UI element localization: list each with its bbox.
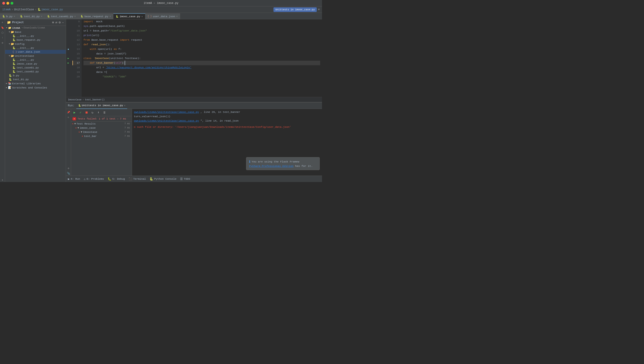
notification-info-icon: ℹ xyxy=(249,160,250,164)
maximize-button[interactable] xyxy=(11,2,13,4)
tab-imooc-case-py[interactable]: 🐍 imooc_case.py ✕ xyxy=(113,13,145,19)
tab-test-case01-py[interactable]: 🐍 test_case01.py ✕ xyxy=(45,13,78,19)
run-tool-btn[interactable]: ▶ 4: Run xyxy=(68,177,80,181)
tree-imooc-case[interactable]: 🐍 imooc_case.py xyxy=(5,62,66,66)
run-filter-button[interactable]: ⬇ xyxy=(96,110,101,115)
terminal-tool-icon: ⬛ xyxy=(129,177,132,181)
close-tab-test-01[interactable]: ✕ xyxy=(41,15,42,18)
test-result-root[interactable]: ✕ ▼ Test Results 7 ms xyxy=(71,122,132,126)
tree-test-case02[interactable]: 🐍 test_case02.py xyxy=(5,70,66,74)
tree-init-unit[interactable]: 🐍 __init__.py xyxy=(5,58,66,62)
close-tab-b-py[interactable]: ✕ xyxy=(14,15,15,18)
run-pin-icon[interactable]: 📌 xyxy=(66,110,71,114)
footer-method[interactable]: test_banner() xyxy=(85,98,105,101)
sidebar-sync-icon[interactable]: ⇄ xyxy=(56,20,57,24)
window-title: itemA – imooc_case.py xyxy=(144,2,178,5)
run-config-dropdown[interactable]: ▼ xyxy=(318,8,320,11)
tab-base-request-py[interactable]: 🐍 base_request.py ✕ xyxy=(78,13,113,19)
breadcrumb-part-1[interactable]: UnittestCase xyxy=(14,8,34,11)
sidebar-toolbar: 📁 Project ⊕ ⇄ ⚙ – xyxy=(5,19,66,26)
todo-tool-icon: ☰ xyxy=(180,177,183,181)
tab-b-py[interactable]: 🐍 b.py ✕ xyxy=(0,13,18,19)
notification-header: ℹ You are using the Flask Framew xyxy=(249,160,317,164)
run-tab-imooc[interactable]: 🐍 Unittests in imooc_case.py ✕ xyxy=(76,102,127,109)
test-result-imooc[interactable]: ✕ ▼ imooc_case 7 ms xyxy=(71,126,132,130)
close-tab-base-request[interactable]: ✕ xyxy=(110,15,111,18)
close-button[interactable] xyxy=(2,2,5,4)
tree-UnittestCase[interactable]: ▼ 📂 UnittestCase xyxy=(5,54,66,58)
tree-scratches[interactable]: ▶ 📝 Scratches and Consoles xyxy=(5,86,66,90)
tab-test-01-py[interactable]: 🐍 test_01.py ✕ xyxy=(18,13,45,19)
editor-gutter: ◆ ▶ ▶ xyxy=(66,19,71,97)
test-result-test-bar[interactable]: ✕ test_bar 7 ms xyxy=(71,134,132,138)
breadcrumb-part-2[interactable]: 🐍imooc_case.py xyxy=(38,8,63,11)
run-vsidebar: 📌 ⇱ ⚙ 📎 xyxy=(66,109,71,176)
run-check-button[interactable]: ✓ xyxy=(78,110,83,115)
run-play-button[interactable]: ▶ xyxy=(72,110,77,115)
tab-user-data-json[interactable]: { } user_data.json ✕ xyxy=(145,13,180,19)
run-pin2-icon[interactable]: 📎 xyxy=(66,171,71,176)
sidebar-settings-icon[interactable]: ⚙ xyxy=(59,20,61,24)
close-tab-imooc-case[interactable]: ✕ xyxy=(141,15,143,18)
line-numbers: 8 9 10 11 12 13 14 15 16 17 18 19 20 xyxy=(71,19,82,97)
window-controls[interactable] xyxy=(2,2,13,4)
notification-toast: ℹ You are using the Flask Framew PyCharm… xyxy=(246,157,320,170)
favorites-icon[interactable]: ★ xyxy=(0,178,5,182)
tree-init-config[interactable]: 🐍 __init__.py xyxy=(5,46,66,50)
title-bar: itemA – imooc_case.py xyxy=(0,0,322,6)
sidebar-add-icon[interactable]: ⊕ xyxy=(52,20,54,24)
problems-tool-icon: ⚠ xyxy=(84,177,86,181)
structure-icon[interactable]: ≡ xyxy=(0,20,5,25)
python-console-tool-icon: 🐍 xyxy=(150,177,153,181)
run-tab-bar: Run: 🐍 Unittests in imooc_case.py ✕ xyxy=(66,102,322,109)
tree-b-py[interactable]: 🐍 b.py xyxy=(5,74,66,78)
run-sidebar: ▶ ✓ ⏹ ↻ ⬇ ≣ ✕ Tests failed: 1 of 1 test … xyxy=(71,109,132,176)
project-sidebar: 📁 Project ⊕ ⇄ ⚙ – ▼ 📁 itemA ~/Downloads/… xyxy=(5,19,66,182)
output-line-3: ownloads/itemA/UnittestCase/imooc_case.p… xyxy=(134,118,320,123)
left-tool-panel: ≡ 🔖 ⬡ ↑ ⚙ ★ xyxy=(0,19,5,182)
minimize-button[interactable] xyxy=(7,2,9,4)
run-sort-button[interactable]: ≣ xyxy=(102,110,107,115)
tree-itemA[interactable]: ▼ 📁 itemA ~/Downloads/itemA xyxy=(5,26,66,30)
sidebar-collapse-icon[interactable]: – xyxy=(62,21,64,24)
debug-tool-btn[interactable]: 🐛 5: Debug xyxy=(108,177,125,181)
test-status-text: Tests failed: 1 of 1 test – 7 ms xyxy=(78,118,126,120)
run-label: Run: xyxy=(68,104,75,107)
tree-user-data-json[interactable]: { } user_data.json xyxy=(5,50,66,54)
sidebar-folder-icon: 📁 xyxy=(7,20,11,24)
breadcrumb-part-0[interactable]: itemA xyxy=(2,8,11,11)
run-rerun-button[interactable]: ↻ xyxy=(90,110,95,115)
run-toolbar: ▶ ✓ ⏹ ↻ ⬇ ≣ xyxy=(71,109,132,116)
close-tab-test-case01[interactable]: ✕ xyxy=(74,15,76,18)
terminal-tool-btn[interactable]: ⬛ Terminal xyxy=(129,177,146,181)
test-result-ImoocCase[interactable]: ✕ ▼ ImoocCase 7 ms xyxy=(71,130,132,134)
debug-tool-icon: 🐛 xyxy=(108,177,111,181)
tree-external-libs[interactable]: ▶ 📚 External Libraries xyxy=(5,81,66,86)
run-tool-icon: ▶ xyxy=(68,177,70,181)
close-run-tab[interactable]: ✕ xyxy=(124,104,125,107)
tree-base-request[interactable]: 🐍 base_request.py xyxy=(5,38,66,42)
test-fail-badge: ✕ xyxy=(73,117,76,120)
run-stop-button[interactable]: ⏹ xyxy=(84,110,89,115)
bookmark-icon[interactable]: 🔖 xyxy=(0,25,5,30)
settings-icon[interactable]: ⚙ xyxy=(0,40,5,45)
notification-link[interactable]: PyCharm Professional Edition xyxy=(249,164,293,168)
code-content: import mock sys.path.append(base_path) u… xyxy=(82,19,322,97)
close-tab-user-data[interactable]: ✕ xyxy=(176,15,178,18)
tree-init-base[interactable]: 🐍 __init__.py xyxy=(5,34,66,38)
tree-test-case01[interactable]: 🐍 test_case01.py xyxy=(5,66,66,70)
hierarchy-icon[interactable]: ⬡ xyxy=(0,30,5,35)
tree-test-01-py[interactable]: 🐍 test_01.py xyxy=(5,78,66,81)
footer-class[interactable]: ImoocCase xyxy=(68,98,81,101)
problems-tool-btn[interactable]: ⚠ 6: Problems xyxy=(84,177,104,181)
vcs-icon[interactable]: ↑ xyxy=(0,36,5,40)
todo-tool-btn[interactable]: ☰ TODO xyxy=(180,177,190,181)
python-console-tool-btn[interactable]: 🐍 Python Console xyxy=(150,177,176,181)
run-expand-icon[interactable]: ⇱ xyxy=(66,115,71,120)
tree-Config[interactable]: ▼ 📂 Config xyxy=(5,42,66,46)
tree-Base[interactable]: ▼ 📂 Base xyxy=(5,30,66,34)
output-line-1: ownloads/itemA/UnittestCase/imooc_case.p… xyxy=(134,110,320,114)
run-gear-icon[interactable]: ⚙ xyxy=(66,166,71,170)
notification-body: PyCharm Professional Edition has for it. xyxy=(249,164,317,168)
run-config-label: Unittests in imooc_case.py xyxy=(273,7,317,12)
